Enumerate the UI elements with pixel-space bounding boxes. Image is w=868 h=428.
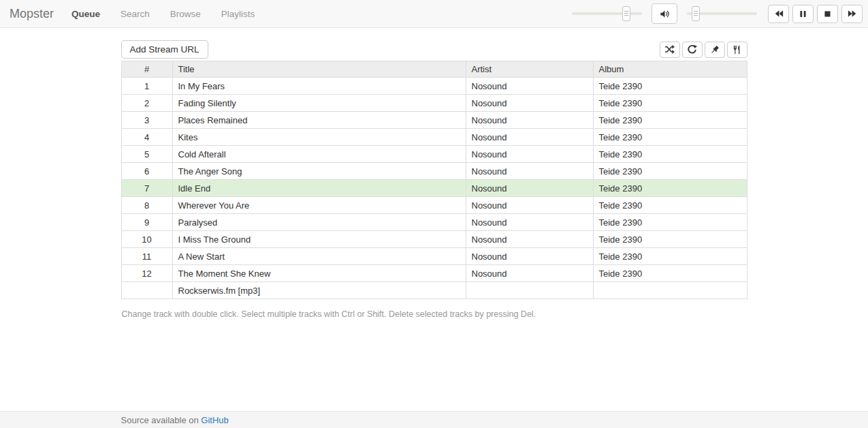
table-row[interactable]: 2Fading SilentlyNosoundTeide 2390 (121, 95, 747, 112)
repeat-icon (687, 44, 697, 55)
track-number[interactable]: 3 (121, 112, 172, 129)
table-row[interactable]: 4KitesNosoundTeide 2390 (121, 129, 747, 146)
track-artist[interactable]: Nosound (466, 197, 593, 214)
track-artist[interactable]: Nosound (466, 265, 593, 282)
nav-tab-search[interactable]: Search (120, 9, 150, 19)
track-title[interactable]: Places Remained (172, 112, 466, 129)
track-number[interactable]: 2 (121, 95, 172, 112)
volume-slider-handle[interactable] (692, 6, 700, 21)
track-number[interactable] (121, 282, 172, 299)
track-album[interactable]: Teide 2390 (593, 265, 747, 282)
track-album[interactable] (593, 282, 747, 299)
queue-toolbar: Add Stream URL (121, 40, 748, 59)
track-number[interactable]: 6 (121, 163, 172, 180)
track-album[interactable]: Teide 2390 (593, 112, 747, 129)
track-album[interactable]: Teide 2390 (593, 214, 747, 231)
table-row[interactable]: 6The Anger SongNosoundTeide 2390 (121, 163, 747, 180)
track-artist[interactable]: Nosound (466, 214, 593, 231)
track-album[interactable]: Teide 2390 (593, 180, 747, 197)
nav-tab-browse[interactable]: Browse (170, 9, 201, 19)
track-title[interactable]: I Miss The Ground (172, 231, 466, 248)
track-title[interactable]: Wherever You Are (172, 197, 466, 214)
column-header-artist: Artist (466, 61, 593, 78)
track-album[interactable]: Teide 2390 (593, 146, 747, 163)
queue-table: # Title Artist Album 1In My FearsNosound… (121, 61, 748, 299)
volume-up-icon (660, 9, 670, 19)
shuffle-icon (664, 44, 675, 55)
track-number[interactable]: 1 (121, 78, 172, 95)
track-title[interactable]: Idle End (172, 180, 466, 197)
track-title[interactable]: In My Fears (172, 78, 466, 95)
track-number[interactable]: 11 (121, 248, 172, 265)
track-album[interactable]: Teide 2390 (593, 163, 747, 180)
track-number[interactable]: 5 (121, 146, 172, 163)
single-button[interactable] (705, 42, 725, 58)
track-artist[interactable]: Nosound (466, 248, 593, 265)
consume-button[interactable] (727, 42, 748, 58)
track-album[interactable]: Teide 2390 (593, 248, 747, 265)
backward-button[interactable] (768, 5, 789, 23)
table-row[interactable]: 12The Moment She KnewNosoundTeide 2390 (121, 265, 747, 282)
seek-slider-handle[interactable] (622, 6, 630, 21)
table-row[interactable]: 11A New StartNosoundTeide 2390 (121, 248, 747, 265)
track-artist[interactable]: Nosound (466, 129, 593, 146)
track-artist[interactable]: Nosound (466, 231, 593, 248)
nav-tab-queue[interactable]: Queue (71, 9, 100, 19)
seek-slider[interactable] (572, 4, 642, 23)
track-artist[interactable] (466, 282, 593, 299)
queue-page: Add Stream URL (121, 28, 748, 411)
repeat-button[interactable] (682, 42, 703, 58)
volume-slider[interactable] (687, 4, 757, 23)
track-number[interactable]: 12 (121, 265, 172, 282)
track-title[interactable]: The Moment She Knew (172, 265, 466, 282)
track-title[interactable]: Fading Silently (172, 95, 466, 112)
track-title[interactable]: A New Start (172, 248, 466, 265)
forward-button[interactable] (841, 5, 863, 23)
pause-button[interactable] (792, 5, 814, 23)
shuffle-button[interactable] (660, 42, 680, 58)
track-album[interactable]: Teide 2390 (593, 231, 747, 248)
track-artist[interactable]: Nosound (466, 163, 593, 180)
table-row[interactable]: 10I Miss The GroundNosoundTeide 2390 (121, 231, 747, 248)
track-title[interactable]: Kites (172, 129, 466, 146)
column-header-album: Album (593, 61, 747, 78)
table-row[interactable]: 9ParalysedNosoundTeide 2390 (121, 214, 747, 231)
app-brand[interactable]: Mopster (10, 7, 54, 21)
backward-icon (774, 9, 784, 18)
table-row[interactable]: 8Wherever You AreNosoundTeide 2390 (121, 197, 747, 214)
mute-button[interactable] (652, 3, 677, 24)
github-link[interactable]: GitHub (201, 415, 228, 425)
track-artist[interactable]: Nosound (466, 78, 593, 95)
track-album[interactable]: Teide 2390 (593, 95, 747, 112)
table-row[interactable]: 1In My FearsNosoundTeide 2390 (121, 78, 747, 95)
track-artist[interactable]: Nosound (466, 180, 593, 197)
table-row[interactable]: 3Places RemainedNosoundTeide 2390 (121, 112, 747, 129)
player-controls (572, 3, 863, 24)
track-artist[interactable]: Nosound (466, 95, 593, 112)
track-number[interactable]: 10 (121, 231, 172, 248)
add-stream-url-button[interactable]: Add Stream URL (121, 40, 208, 59)
track-album[interactable]: Teide 2390 (593, 129, 747, 146)
track-artist[interactable]: Nosound (466, 112, 593, 129)
footer: Source available on GitHub (0, 411, 868, 428)
table-row[interactable]: Rockserwis.fm [mp3] (121, 282, 747, 299)
table-row[interactable]: 7Idle EndNosoundTeide 2390 (121, 180, 747, 197)
table-header-row: # Title Artist Album (121, 61, 747, 78)
table-row[interactable]: 5Cold AfterallNosoundTeide 2390 (121, 146, 747, 163)
track-number[interactable]: 4 (121, 129, 172, 146)
track-number[interactable]: 7 (121, 180, 172, 197)
track-title[interactable]: The Anger Song (172, 163, 466, 180)
stop-button[interactable] (817, 5, 838, 23)
seek-slider-track[interactable] (572, 12, 642, 15)
track-album[interactable]: Teide 2390 (593, 78, 747, 95)
track-artist[interactable]: Nosound (466, 146, 593, 163)
nav-tab-playlists[interactable]: Playlists (221, 9, 255, 19)
track-title[interactable]: Cold Afterall (172, 146, 466, 163)
track-album[interactable]: Teide 2390 (593, 197, 747, 214)
footer-text: Source available on (121, 415, 199, 425)
track-title[interactable]: Rockserwis.fm [mp3] (172, 282, 466, 299)
transport-buttons (768, 5, 863, 23)
track-number[interactable]: 8 (121, 197, 172, 214)
track-title[interactable]: Paralysed (172, 214, 466, 231)
track-number[interactable]: 9 (121, 214, 172, 231)
